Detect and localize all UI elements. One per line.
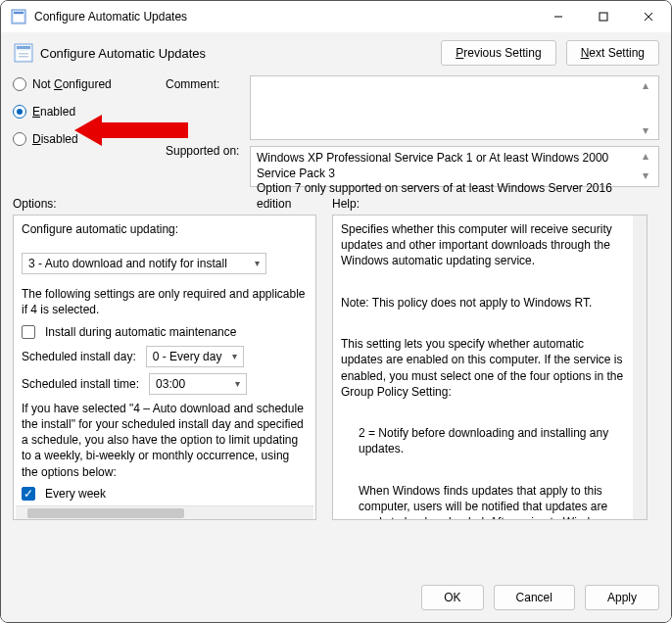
help-v-scrollbar[interactable] bbox=[633, 216, 647, 519]
supported-on-label: Supported on: bbox=[166, 142, 244, 158]
scroll-up-icon[interactable]: ▴ bbox=[643, 149, 656, 165]
svg-rect-1 bbox=[14, 12, 24, 14]
help-text: Note: This policy does not apply to Wind… bbox=[341, 295, 625, 311]
install-day-select[interactable]: 0 - Every day▾ bbox=[146, 346, 244, 367]
options-text: The following settings are only required… bbox=[22, 286, 308, 317]
options-text: Configure automatic updating: bbox=[22, 221, 308, 237]
svg-rect-8 bbox=[17, 46, 30, 49]
policy-icon bbox=[13, 42, 34, 64]
install-during-maintenance-checkbox[interactable]: Install during automatic maintenance bbox=[22, 324, 308, 340]
options-text: If you have selected "4 – Auto download … bbox=[22, 401, 308, 480]
scroll-up-icon[interactable]: ▴ bbox=[643, 78, 656, 92]
comment-label: Comment: bbox=[166, 75, 244, 91]
help-text: Specifies whether this computer will rec… bbox=[341, 221, 625, 269]
checkbox-icon bbox=[22, 325, 35, 339]
scroll-down-icon[interactable]: ▾ bbox=[643, 123, 656, 137]
radio-icon bbox=[13, 132, 26, 146]
svg-rect-2 bbox=[14, 15, 24, 22]
help-text: When Windows finds updates that apply to… bbox=[341, 483, 625, 520]
maximize-button[interactable] bbox=[581, 1, 626, 32]
radio-enabled[interactable]: Enabled bbox=[13, 105, 160, 119]
next-setting-button[interactable]: Next Setting bbox=[566, 40, 659, 66]
radio-not-configured[interactable]: Not Configured bbox=[13, 77, 160, 91]
svg-rect-9 bbox=[17, 51, 30, 60]
app-icon bbox=[11, 9, 26, 24]
install-time-select[interactable]: 03:00▾ bbox=[149, 373, 247, 395]
minimize-button[interactable] bbox=[536, 1, 581, 32]
install-time-label: Scheduled install time: bbox=[22, 376, 139, 392]
options-h-scrollbar[interactable] bbox=[16, 505, 313, 519]
window-title: Configure Automatic Updates bbox=[34, 10, 536, 24]
svg-rect-11 bbox=[19, 56, 28, 58]
radio-icon bbox=[13, 77, 26, 91]
help-text: 2 = Notify before downloading and instal… bbox=[341, 425, 625, 456]
svg-rect-10 bbox=[19, 53, 28, 55]
radio-icon bbox=[13, 105, 26, 119]
close-button[interactable] bbox=[626, 1, 671, 32]
updating-mode-select[interactable]: 3 - Auto download and notify for install… bbox=[22, 253, 266, 274]
options-panel: Configure automatic updating: 3 - Auto d… bbox=[13, 215, 316, 520]
supported-on-text: Windows XP Professional Service Pack 1 o… bbox=[250, 146, 659, 187]
chevron-down-icon: ▾ bbox=[255, 257, 260, 270]
previous-setting-button[interactable]: Previous Setting bbox=[441, 40, 555, 66]
radio-disabled[interactable]: Disabled bbox=[13, 132, 160, 146]
comment-textarea[interactable]: ▴▾ bbox=[250, 75, 659, 140]
help-panel: Specifies whether this computer will rec… bbox=[332, 215, 648, 520]
every-week-checkbox[interactable]: ✓ Every week bbox=[22, 486, 308, 502]
scroll-down-icon[interactable]: ▾ bbox=[643, 168, 656, 184]
chevron-down-icon: ▾ bbox=[232, 350, 237, 363]
ok-button[interactable]: OK bbox=[421, 585, 483, 610]
apply-button[interactable]: Apply bbox=[585, 585, 659, 610]
cancel-button[interactable]: Cancel bbox=[494, 585, 575, 610]
checkbox-icon: ✓ bbox=[22, 487, 35, 501]
install-day-label: Scheduled install day: bbox=[22, 349, 136, 364]
policy-title: Configure Automatic Updates bbox=[40, 46, 431, 61]
help-text: This setting lets you specify whether au… bbox=[341, 336, 625, 400]
chevron-down-icon: ▾ bbox=[235, 377, 240, 391]
svg-rect-4 bbox=[600, 13, 607, 21]
